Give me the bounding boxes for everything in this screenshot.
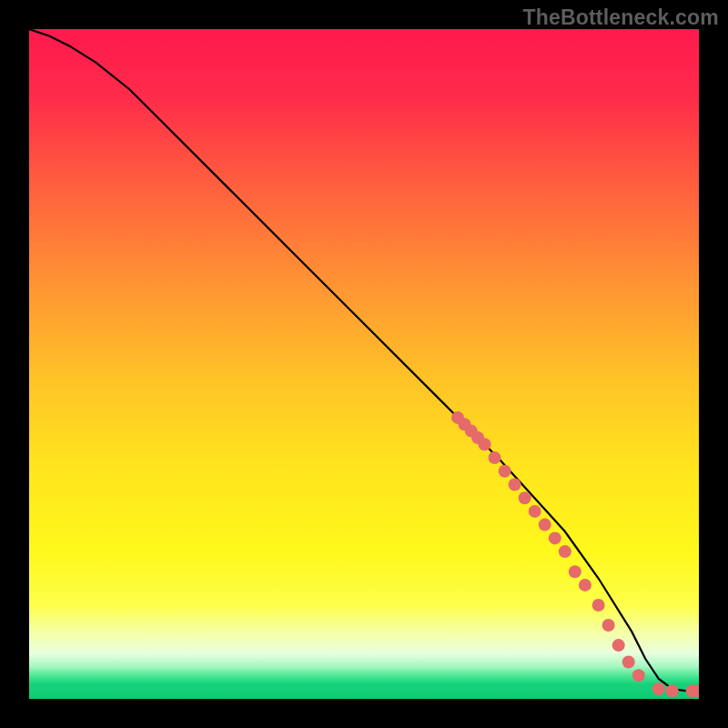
svg-rect-0 — [29, 29, 699, 699]
chart-background — [29, 29, 699, 699]
watermark-text: TheBottleneck.com — [522, 5, 719, 30]
chart-frame — [29, 29, 699, 699]
